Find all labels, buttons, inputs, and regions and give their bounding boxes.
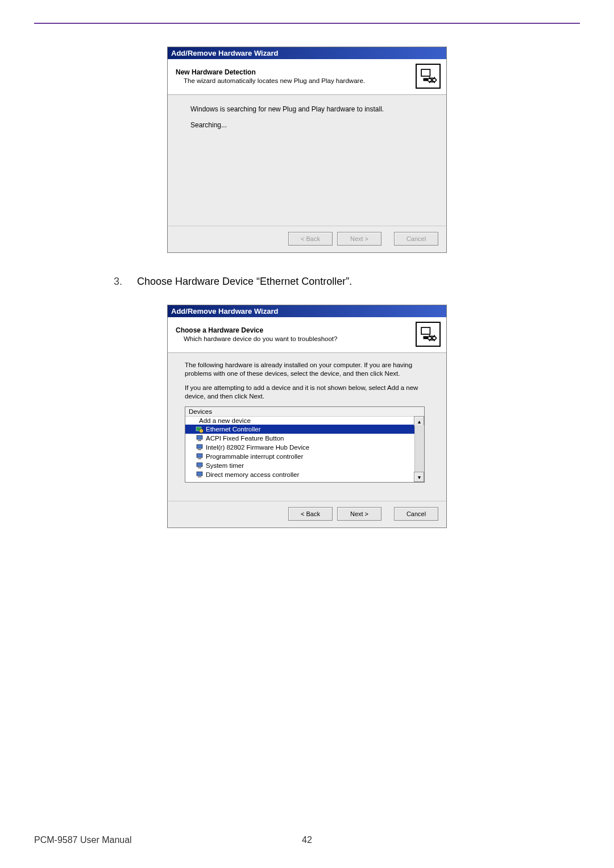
list-item-label: Programmable interrupt controller	[206, 453, 303, 460]
dialog1-body-line2: Searching...	[190, 121, 429, 129]
computer-icon	[196, 443, 204, 451]
computer-icon	[196, 462, 204, 470]
cancel-button[interactable]: Cancel	[394, 507, 438, 521]
list-item-label: Direct memory access controller	[206, 471, 299, 478]
svg-rect-16	[198, 449, 201, 450]
card-warning-icon: !	[196, 425, 204, 433]
next-button[interactable]: Next >	[337, 507, 381, 521]
svg-rect-14	[198, 440, 201, 441]
computer-icon	[196, 452, 204, 460]
back-button: < Back	[288, 232, 333, 246]
top-rule	[34, 23, 580, 24]
svg-rect-15	[197, 445, 202, 448]
dialog2-header-text: Choose a Hardware Device Which hardware …	[176, 326, 416, 342]
svg-rect-0	[421, 69, 430, 76]
computer-icon	[196, 471, 204, 479]
dialog1-title: Add/Remove Hardware Wizard	[171, 49, 278, 57]
dialog1-wrap: Add/Remove Hardware Wizard New Hardware …	[34, 47, 580, 253]
list-item-acpi[interactable]: ACPI Fixed Feature Button	[185, 434, 424, 443]
dialog2-header-sub: Which hardware device do you want to tro…	[176, 335, 416, 342]
cancel-button: Cancel	[394, 232, 438, 246]
page-footer: PCM-9587 User Manual 42	[0, 835, 614, 845]
dialog1-header-text: New Hardware Detection The wizard automa…	[176, 68, 416, 84]
dialog2-wrap: Add/Remove Hardware Wizard Choose a Hard…	[34, 305, 580, 528]
next-button-label: Next >	[350, 510, 368, 517]
hardware-wizard-dialog-choose: Add/Remove Hardware Wizard Choose a Hard…	[167, 305, 447, 528]
svg-rect-19	[197, 463, 202, 467]
scroll-down-button[interactable]: ▾	[414, 472, 424, 482]
svg-rect-17	[197, 454, 202, 458]
dialog1-body-line1: Windows is searching for new Plug and Pl…	[190, 105, 429, 113]
scroll-track[interactable]	[414, 425, 424, 473]
computer-icon	[196, 434, 204, 442]
list-item-label: System timer	[206, 462, 244, 469]
dialog1-header-title: New Hardware Detection	[176, 68, 416, 76]
svg-rect-5	[421, 327, 430, 334]
dialog2-intro1: The following hardware is already instal…	[185, 361, 433, 378]
devices-listbox[interactable]: Devices Add a new device ! Ethernet Cont…	[185, 406, 425, 483]
devices-list-items: Add a new device ! Ethernet Controller	[185, 417, 424, 479]
back-button-label: < Back	[301, 235, 320, 242]
cancel-button-label: Cancel	[406, 235, 426, 242]
back-button[interactable]: < Back	[288, 507, 333, 521]
step-3: 3. Choose Hardware Device “Ethernet Cont…	[114, 276, 580, 288]
list-item-add-new[interactable]: Add a new device	[185, 417, 424, 425]
hardware-wizard-dialog-searching: Add/Remove Hardware Wizard New Hardware …	[167, 47, 447, 253]
dialog1-body: Windows is searching for new Plug and Pl…	[168, 95, 446, 226]
step-number: 3.	[114, 276, 122, 288]
step-text: Choose Hardware Device “Ethernet Control…	[137, 276, 352, 288]
list-item-label: ACPI Fixed Feature Button	[206, 435, 284, 442]
svg-rect-22	[198, 476, 201, 477]
list-item-pic[interactable]: Programmable interrupt controller	[185, 452, 424, 461]
list-item-intel[interactable]: Intel(r) 82802 Firmware Hub Device	[185, 443, 424, 452]
dialog1-header: New Hardware Detection The wizard automa…	[168, 59, 446, 95]
dialog2-body: The following hardware is already instal…	[168, 353, 446, 501]
svg-text:!: !	[201, 429, 201, 433]
document-page: Add/Remove Hardware Wizard New Hardware …	[0, 0, 614, 868]
svg-rect-20	[198, 467, 201, 468]
dialog2-button-row: < Back Next > Cancel	[168, 501, 446, 528]
dialog2-title: Add/Remove Hardware Wizard	[171, 307, 278, 315]
dialog1-titlebar: Add/Remove Hardware Wizard	[168, 47, 446, 59]
list-item-label: Add a new device	[199, 417, 251, 424]
dialog1-header-sub: The wizard automatically locates new Plu…	[176, 77, 416, 84]
dialog2-header: Choose a Hardware Device Which hardware …	[168, 317, 446, 353]
back-button-label: < Back	[301, 510, 320, 517]
devices-list-header: Devices	[185, 407, 424, 417]
page-number: 42	[296, 835, 318, 845]
next-button: Next >	[337, 232, 381, 246]
manual-name: PCM-9587 User Manual	[34, 835, 296, 845]
hardware-icon	[416, 64, 441, 89]
svg-rect-18	[198, 458, 201, 459]
svg-rect-13	[197, 435, 202, 439]
dialog2-header-title: Choose a Hardware Device	[176, 326, 416, 334]
svg-rect-21	[197, 472, 202, 476]
list-item-dma[interactable]: Direct memory access controller	[185, 470, 424, 479]
list-item-label: Ethernet Controller	[206, 426, 261, 433]
next-button-label: Next >	[350, 235, 368, 242]
list-item-timer[interactable]: System timer	[185, 461, 424, 470]
dialog1-button-row: < Back Next > Cancel	[168, 226, 446, 252]
footer-spacer	[318, 835, 580, 845]
list-item-label: Intel(r) 82802 Firmware Hub Device	[206, 444, 309, 451]
dialog2-titlebar: Add/Remove Hardware Wizard	[168, 305, 446, 317]
list-item-ethernet[interactable]: ! Ethernet Controller	[185, 425, 424, 434]
hardware-icon	[416, 322, 441, 347]
dialog2-intro2: If you are attempting to add a device an…	[185, 384, 433, 401]
cancel-button-label: Cancel	[406, 510, 426, 517]
